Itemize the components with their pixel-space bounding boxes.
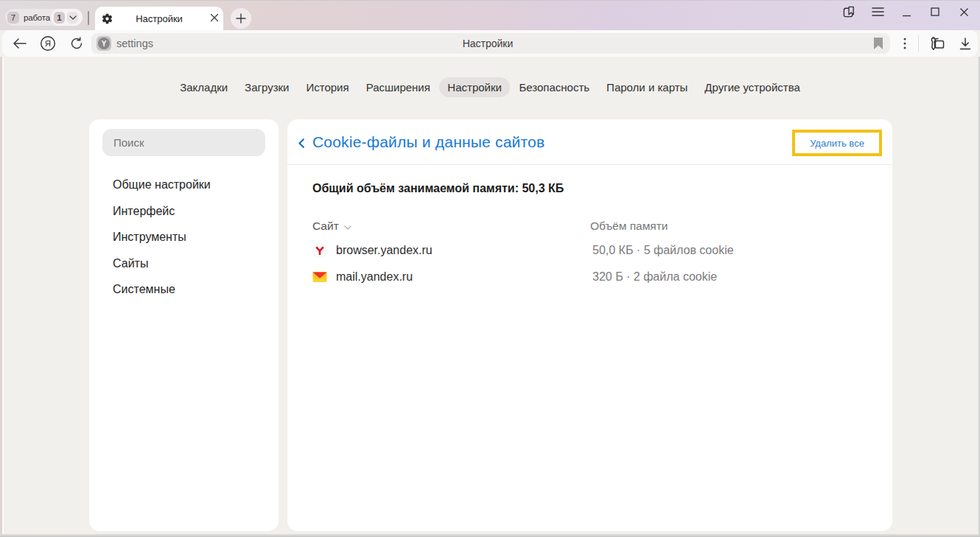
svg-text:Я: Я [45, 39, 51, 48]
